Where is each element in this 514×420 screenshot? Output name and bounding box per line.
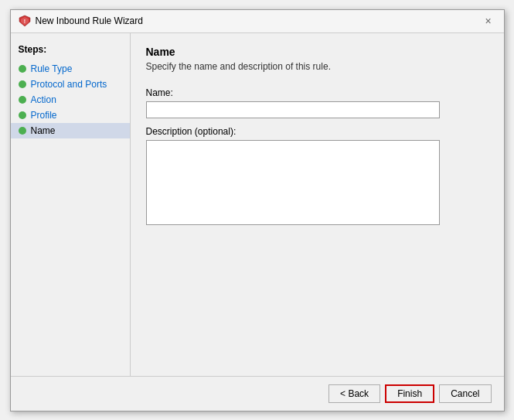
sidebar-item-protocol-ports[interactable]: Protocol and Ports <box>11 77 130 92</box>
sidebar: Steps: Rule Type Protocol and Ports Acti… <box>11 33 131 376</box>
sidebar-item-label-profile: Profile <box>31 110 57 121</box>
sidebar-item-label-protocol-ports: Protocol and Ports <box>31 79 107 90</box>
svg-text:!: ! <box>23 19 25 24</box>
sidebar-item-label-rule-type: Rule Type <box>31 63 73 74</box>
main-content: Name Specify the name and description of… <box>131 33 504 376</box>
finish-button[interactable]: Finish <box>385 384 434 403</box>
sidebar-item-profile[interactable]: Profile <box>11 108 130 123</box>
dialog-body: Steps: Rule Type Protocol and Ports Acti… <box>11 33 504 376</box>
title-text: New Inbound Rule Wizard <box>36 15 143 26</box>
title-bar-left: ! New Inbound Rule Wizard <box>19 15 143 27</box>
name-field-group: Name: <box>146 87 488 118</box>
step-dot-action <box>19 96 26 104</box>
desc-label: Description (optional): <box>146 126 488 137</box>
sidebar-item-name[interactable]: Name <box>11 123 130 138</box>
sidebar-item-rule-type[interactable]: Rule Type <box>11 61 130 77</box>
page-subtitle: Specify the name and description of this… <box>146 61 488 72</box>
close-button[interactable]: × <box>481 13 496 29</box>
name-label: Name: <box>146 87 488 98</box>
sidebar-item-label-name: Name <box>31 125 56 136</box>
title-bar: ! New Inbound Rule Wizard × <box>11 10 504 33</box>
form-area: Name: Description (optional): <box>146 87 488 364</box>
desc-field-group: Description (optional): <box>146 126 488 225</box>
cancel-button[interactable]: Cancel <box>439 384 491 403</box>
steps-label: Steps: <box>11 41 130 61</box>
dialog-footer: < Back Finish Cancel <box>11 376 504 411</box>
step-dot-protocol-ports <box>19 80 26 88</box>
dialog-window: ! New Inbound Rule Wizard × Steps: Rule … <box>10 9 505 411</box>
step-dot-name <box>19 127 26 135</box>
shield-icon: ! <box>19 15 31 27</box>
description-input[interactable] <box>146 140 440 225</box>
step-dot-rule-type <box>19 65 26 73</box>
page-title: Name <box>146 46 488 58</box>
name-input[interactable] <box>146 101 440 118</box>
sidebar-item-action[interactable]: Action <box>11 92 130 108</box>
sidebar-item-label-action: Action <box>31 94 56 105</box>
step-dot-profile <box>19 111 26 119</box>
back-button[interactable]: < Back <box>328 384 380 403</box>
